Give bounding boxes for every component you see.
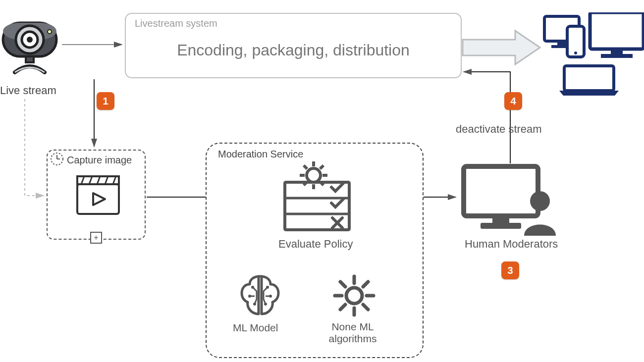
svg-rect-17 bbox=[601, 54, 633, 58]
svg-point-7 bbox=[27, 37, 33, 43]
checklist-gear-icon bbox=[280, 158, 354, 233]
svg-rect-57 bbox=[492, 216, 509, 223]
livestream-box-title: Livestream system bbox=[135, 18, 217, 29]
plus-icon: + bbox=[90, 232, 102, 244]
devices-icon bbox=[542, 12, 644, 97]
svg-line-39 bbox=[320, 165, 323, 169]
step-badge-3: 3 bbox=[501, 261, 519, 279]
svg-line-55 bbox=[340, 305, 345, 310]
video-clip-icon bbox=[74, 173, 122, 218]
svg-point-59 bbox=[530, 191, 550, 211]
svg-rect-56 bbox=[464, 166, 538, 216]
deactivate-stream-label: deactivate stream bbox=[456, 123, 542, 136]
ml-brain-icon bbox=[238, 273, 282, 318]
svg-rect-22 bbox=[77, 184, 119, 214]
livestream-box-subtitle: Encoding, packaging, distribution bbox=[126, 41, 461, 59]
human-monitor-icon bbox=[461, 163, 560, 238]
svg-point-32 bbox=[307, 168, 321, 182]
human-moderators-label: Human Moderators bbox=[465, 238, 558, 251]
svg-point-47 bbox=[346, 288, 362, 304]
svg-rect-11 bbox=[557, 41, 566, 45]
non-ml-label: None ML algorithms bbox=[318, 321, 387, 345]
diagram-canvas: Live stream Livestream system Encoding, … bbox=[0, 0, 644, 362]
svg-line-54 bbox=[363, 282, 368, 287]
svg-line-53 bbox=[363, 305, 368, 310]
svg-line-37 bbox=[304, 165, 307, 169]
gear-icon bbox=[332, 273, 376, 318]
livestream-system-box: Livestream system Encoding, packaging, d… bbox=[125, 13, 462, 78]
svg-point-8 bbox=[48, 30, 52, 34]
clock-icon bbox=[50, 152, 64, 166]
webcam-icon bbox=[0, 9, 59, 78]
svg-rect-18 bbox=[564, 66, 614, 91]
svg-point-14 bbox=[574, 52, 577, 54]
step-badge-4: 4 bbox=[504, 92, 522, 110]
step-badge-1: 1 bbox=[97, 92, 114, 110]
svg-rect-16 bbox=[611, 49, 623, 54]
ml-model-label: ML Model bbox=[233, 322, 278, 334]
live-stream-label: Live stream bbox=[0, 84, 56, 97]
svg-rect-58 bbox=[481, 223, 521, 229]
big-arrow-icon bbox=[461, 28, 545, 67]
svg-line-52 bbox=[340, 282, 345, 287]
svg-rect-9 bbox=[26, 56, 34, 62]
capture-image-title: Capture image bbox=[67, 155, 132, 166]
evaluate-policy-label: Evaluate Policy bbox=[278, 238, 353, 251]
svg-rect-15 bbox=[590, 12, 644, 49]
